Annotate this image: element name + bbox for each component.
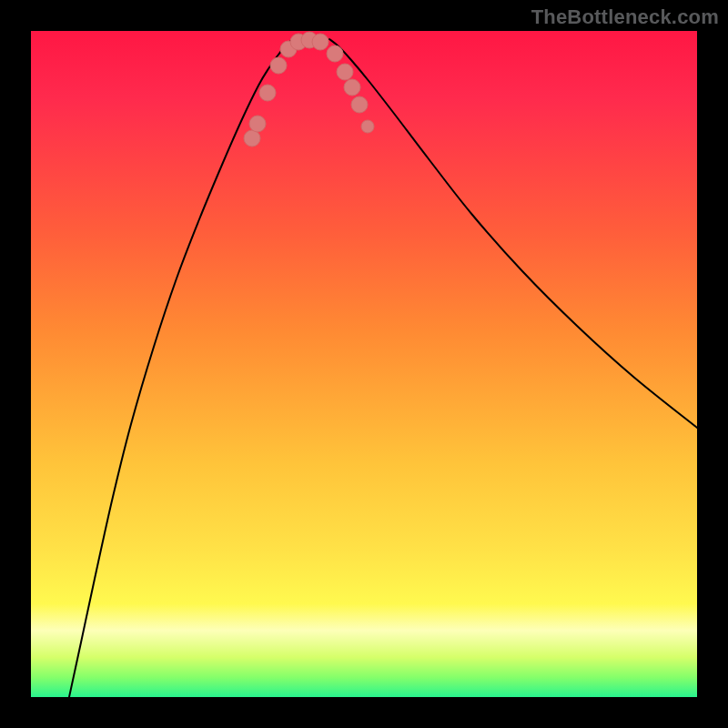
plot-area — [31, 31, 697, 697]
data-marker — [270, 57, 287, 74]
data-marker — [259, 85, 276, 101]
data-marker — [344, 79, 360, 96]
data-marker — [351, 96, 368, 113]
data-marker — [337, 64, 353, 80]
watermark-label: TheBottleneck.com — [531, 5, 719, 29]
data-marker — [312, 34, 329, 50]
chart-svg — [31, 31, 697, 697]
data-marker — [327, 46, 343, 62]
data-marker — [249, 116, 266, 132]
data-marker — [361, 120, 374, 133]
data-marker — [244, 130, 260, 147]
chart-frame: TheBottleneck.com — [0, 0, 728, 728]
